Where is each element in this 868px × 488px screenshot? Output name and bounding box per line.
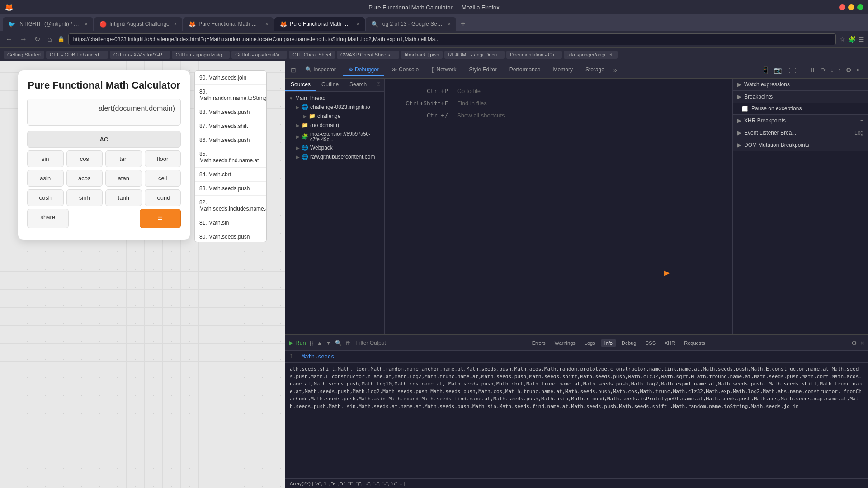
bookmark-apsdehal[interactable]: GitHub - apsdehal/a... [231,51,287,59]
pause-on-exceptions-checkbox[interactable] [742,106,748,112]
tab-intigriti[interactable]: 🐦 INTIGRITI (@intigriti) / X... × [3,17,93,31]
calc-asin-button[interactable]: asin [27,170,64,187]
devtool-tab-performance[interactable]: Performance [504,64,546,76]
history-item-84[interactable]: 84. Math.cbrt [195,168,266,182]
devtool-tab-memory[interactable]: Memory [548,64,578,76]
history-item-89[interactable]: 89. Math.random.name.toString [195,85,266,105]
screenshot-button[interactable]: 📷 [773,66,783,75]
new-tab-button[interactable]: + [457,18,469,31]
bookmark-star-icon[interactable]: ☆ [840,36,845,43]
maximize-button[interactable] [857,4,863,10]
tab-calc-2[interactable]: 🦊 Pure Functional Math Calc... × [274,17,365,31]
bookmark-angr-readme[interactable]: README - angr Docu... [444,51,505,59]
tab-august-challenge[interactable]: 🔴 Intigriti August Challenge × [94,17,182,31]
history-item-86[interactable]: 86. Math.seeds.push [195,133,266,147]
sources-extra-icon[interactable]: ⊡ [373,79,384,91]
calc-round-button[interactable]: round [145,189,181,206]
calc-ac-button[interactable]: AC [27,131,181,148]
console-settings-icon[interactable]: ⚙ [851,339,857,347]
calc-tanh-button[interactable]: tanh [105,189,142,206]
calc-sinh-button[interactable]: sinh [66,189,103,206]
bookmark-xvector[interactable]: GitHub - X-Vector/X-R... [110,51,170,59]
devtools-settings-icon[interactable]: ⚙ [845,66,853,75]
bookmark-fibonhack[interactable]: fibonhack | pwn [401,51,443,59]
close-devtools-button[interactable]: × [855,66,861,75]
tab-google[interactable]: 🔍 log 2 of 13 - Google Search × [366,17,456,31]
tab-debug[interactable]: Debug [618,339,640,347]
pause-button[interactable]: ⏸ [809,66,817,75]
tab-warnings[interactable]: Warnings [551,339,579,347]
home-button[interactable]: ⌂ [46,33,54,45]
calc-ceil-button[interactable]: ceil [145,170,181,187]
tab-logs[interactable]: Logs [581,339,599,347]
run-button[interactable]: ▶ Run [289,339,306,346]
calc-cos-button[interactable]: cos [66,150,103,167]
settings-button[interactable]: ⋮⋮⋮ [785,66,806,75]
tab-requests[interactable]: Requests [680,339,708,347]
tab-errors[interactable]: Errors [528,339,549,347]
step-out-button[interactable]: ↑ [837,66,842,75]
calc-equals-button[interactable]: = [140,209,181,228]
tree-no-domain[interactable]: ▶ 📁 (no domain) [285,121,384,130]
devtool-tab-network[interactable]: {} Network [426,64,462,76]
clear-console-icon[interactable]: 🗑 [345,340,351,346]
history-item-82[interactable]: 82. Math.seeds.includes.name.at [195,196,266,216]
tab-close-5[interactable]: × [448,21,451,27]
tab-search[interactable]: Search [344,79,372,91]
tab-sources[interactable]: Sources [285,79,316,91]
watch-expressions-header[interactable]: ▶ Watch expressions [733,79,868,90]
responsive-design-button[interactable]: 📱 [761,66,770,75]
breakpoints-header[interactable]: ▶ Breakpoints [733,91,868,103]
tree-challenge-folder[interactable]: ▶ 📁 challenge [285,112,384,121]
bookmark-ctf[interactable]: CTF Cheat Sheet [289,51,335,59]
history-item-87[interactable]: 87. Math.seeds.shift [195,119,266,133]
tab-close-3[interactable]: × [265,21,268,27]
back-button[interactable]: ← [4,33,14,45]
bookmark-jakespringer[interactable]: jakespringer/angr_ctf [564,51,618,59]
console-close-icon[interactable]: × [861,339,864,347]
forward-button[interactable]: → [18,33,29,45]
reload-button[interactable]: ↻ [33,33,42,45]
more-tabs-icon[interactable]: » [612,65,619,75]
step-in-button[interactable]: ↓ [830,66,835,75]
calc-sin-button[interactable]: sin [27,150,64,167]
tab-close-1[interactable]: × [85,21,88,27]
tab-xhr[interactable]: XHR [661,339,679,347]
step-over-button[interactable]: ↷ [820,66,827,75]
history-item-83[interactable]: 83. Math.seeds.push [195,182,266,196]
bookmark-gef[interactable]: GEF - GDB Enhanced ... [46,51,108,59]
calc-tan-button[interactable]: tan [105,150,142,167]
devtool-tab-console[interactable]: ≫ Console [386,64,424,76]
xhr-add-icon[interactable]: + [860,117,863,124]
tree-raw-github[interactable]: ▶ 🌐 raw.githubusercontent.com [285,152,384,161]
json-icon[interactable]: {} [310,340,313,346]
tab-info[interactable]: Info [601,339,616,347]
extensions-icon[interactable]: 🧩 [848,36,856,43]
minimize-button[interactable] [848,4,854,10]
bookmark-apogiatzis[interactable]: GitHub - apogiatzis/g... [172,51,230,59]
calc-floor-button[interactable]: floor [145,150,181,167]
history-item-85[interactable]: 85. Math.seeds.find.name.at [195,147,266,168]
event-listeners-header[interactable]: ▶ Event Listener Brea... Log [733,127,868,139]
history-item-81[interactable]: 81. Math.sin [195,216,266,230]
tree-main-thread[interactable]: ▼ Main Thread [285,94,384,103]
calc-acos-button[interactable]: acos [66,170,103,187]
console-input-value[interactable]: Math.seeds [302,353,334,360]
tab-outline[interactable]: Outline [316,79,344,91]
tab-close-4[interactable]: × [357,21,359,27]
window-controls[interactable] [839,4,863,10]
bookmark-docs[interactable]: Documentation - Ca... [506,51,562,59]
tab-calc-1[interactable]: 🦊 Pure Functional Math Calc... × [183,17,274,31]
history-item-90[interactable]: 90. Math.seeds.join [195,71,266,85]
close-button[interactable] [839,4,845,10]
down-icon[interactable]: ▼ [326,340,331,346]
bookmark-getting-started[interactable]: Getting Started [4,51,44,59]
calc-cosh-button[interactable]: cosh [27,189,64,206]
calc-atan-button[interactable]: atan [105,170,142,187]
devtools-inspect-icon[interactable]: ⊡ [289,65,298,75]
history-item-80[interactable]: 80. Math.seeds.push [195,230,266,242]
tree-webpack[interactable]: ▶ 🌐 Webpack [285,143,384,152]
history-item-88[interactable]: 88. Math.seeds.push [195,105,266,119]
tree-moz-extension[interactable]: ▶ 🧩 moz-extension://89b97a50-c7fe-49c... [285,130,384,143]
dom-mutation-header[interactable]: ▶ DOM Mutation Breakpoints [733,139,868,151]
